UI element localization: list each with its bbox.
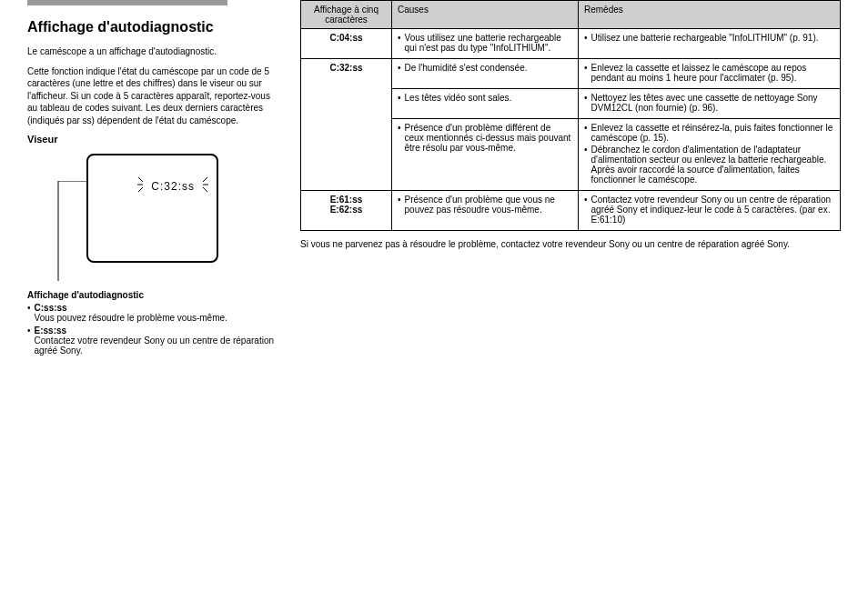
- cause-text: Les têtes vidéo sont sales.: [405, 93, 512, 103]
- table-header-fix: Remèdes: [579, 1, 841, 29]
- fix-cell: Enlevez la cassette et laissez le camésc…: [579, 59, 841, 89]
- footer-note: Si vous ne parvenez pas à résoudre le pr…: [300, 238, 841, 251]
- section-bar: [27, 0, 227, 5]
- cause-cell: Présence d'un problème différent de ceux…: [392, 119, 579, 191]
- cause-text: Vous utilisez une batterie rechargeable …: [405, 33, 572, 53]
- fix-text: Nettoyez les têtes avec une cassette de …: [591, 93, 834, 113]
- caption-desc-e: Contactez votre revendeur Sony ou un cen…: [35, 336, 275, 356]
- cause-text: De l'humidité s'est condensée.: [405, 63, 528, 73]
- svg-line-0: [138, 177, 143, 182]
- code-cell: E:61:ss E:62:ss: [301, 191, 392, 231]
- code-text: E:62:ss: [330, 205, 363, 215]
- intro-paragraph-2: Cette fonction indique l'état du camésco…: [27, 65, 282, 127]
- spark-right-icon: [195, 175, 209, 196]
- fix-text: Contactez votre revendeur Sony ou un cen…: [591, 195, 834, 225]
- caption-code-e: E:ss:ss: [35, 326, 67, 336]
- svg-line-2: [138, 187, 143, 192]
- fix-text: Enlevez la cassette et réinsérez-la, pui…: [591, 123, 834, 143]
- svg-line-3: [203, 177, 207, 182]
- fix-cell: Nettoyez les têtes avec une cassette de …: [579, 89, 841, 119]
- intro-paragraph-1: Le caméscope a un affichage d'autodiagno…: [27, 45, 282, 58]
- code-cell: C:04:ss: [301, 29, 392, 59]
- svg-line-5: [203, 187, 207, 192]
- cause-text: Présence d'un problème différent de ceux…: [405, 123, 572, 153]
- section-heading: Affichage d'autodiagnostic: [27, 18, 282, 36]
- code-cell: C:32:ss: [301, 59, 392, 191]
- viewfinder-diagram: C:32:ss: [55, 154, 218, 281]
- caption-desc-c: Vous pouvez résoudre le problème vous-mê…: [35, 313, 227, 323]
- fix-cell: Utilisez une batterie rechargeable "Info…: [579, 29, 841, 59]
- table-row: C:04:ss Vous utilisez une batterie recha…: [301, 29, 841, 59]
- cause-cell: Vous utilisez une batterie rechargeable …: [392, 29, 579, 59]
- fix-text: Enlevez la cassette et laissez le camésc…: [591, 63, 834, 83]
- cause-text: Présence d'un problème que vous ne pouve…: [405, 195, 572, 215]
- spark-left-icon: [136, 175, 151, 196]
- fix-text: Débranchez le cordon d'alimentation de l…: [591, 145, 834, 185]
- table-header-code: Affichage à cinq caractères: [301, 1, 392, 29]
- diagnostic-table: Affichage à cinq caractères Causes Remèd…: [300, 0, 841, 231]
- diagram-caption: Affichage d'autodiagnostic: [27, 290, 282, 300]
- table-row: E:61:ss E:62:ss Présence d'un problème q…: [301, 191, 841, 231]
- cause-cell: Les têtes vidéo sont sales.: [392, 89, 579, 119]
- cause-cell: De l'humidité s'est condensée.: [392, 59, 579, 89]
- table-header-cause: Causes: [392, 1, 579, 29]
- fix-text: Utilisez une batterie rechargeable "Info…: [591, 33, 819, 43]
- caption-code-c: C:ss:ss: [35, 303, 67, 313]
- diagram-title: Viseur: [27, 134, 282, 145]
- table-row: C:32:ss De l'humidité s'est condensée. E…: [301, 59, 841, 89]
- cause-cell: Présence d'un problème que vous ne pouve…: [392, 191, 579, 231]
- fix-cell: Enlevez la cassette et réinsérez-la, pui…: [579, 119, 841, 191]
- leader-line: [56, 181, 86, 281]
- fix-cell: Contactez votre revendeur Sony ou un cen…: [579, 191, 841, 231]
- code-display: C:32:ss: [136, 175, 209, 196]
- diagram-code-text: C:32:ss: [151, 180, 195, 193]
- code-text: E:61:ss: [330, 195, 363, 205]
